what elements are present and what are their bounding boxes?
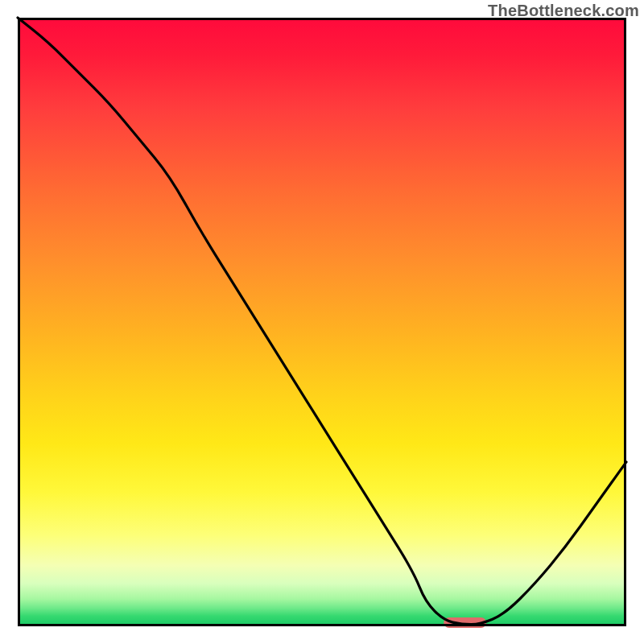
watermark-text: TheBottleneck.com (488, 2, 639, 20)
bottleneck-curve (18, 18, 626, 625)
plot-area (18, 18, 626, 626)
curve-layer (18, 18, 626, 626)
chart-stage: TheBottleneck.com (0, 0, 644, 644)
